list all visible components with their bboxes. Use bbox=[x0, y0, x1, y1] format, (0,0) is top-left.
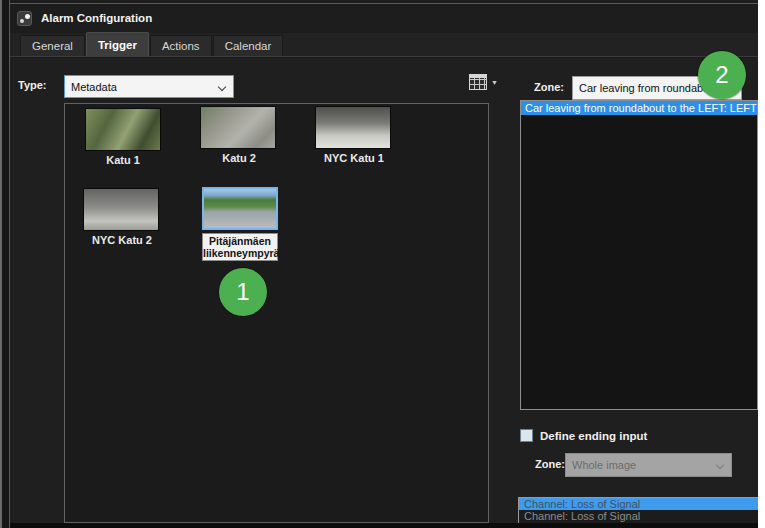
camera-item-katu-2[interactable]: Katu 2 bbox=[200, 106, 278, 164]
camera-thumbnail-image bbox=[202, 187, 278, 230]
ending-event-list-item[interactable]: Channel: Loss of Signal bbox=[519, 498, 758, 510]
grid-view-button[interactable]: ▼ bbox=[469, 71, 505, 93]
grid-view-icon bbox=[469, 74, 487, 90]
camera-name-label: NYC Katu 2 bbox=[83, 234, 161, 246]
camera-thumbnail-image bbox=[315, 106, 391, 149]
camera-item-nyc-katu-1[interactable]: NYC Katu 1 bbox=[315, 106, 393, 164]
tab-bar: General Trigger Actions Calendar bbox=[10, 33, 758, 57]
camera-thumbnail-image bbox=[200, 106, 276, 149]
ending-event-list-item[interactable]: Channel: Loss of Signal bbox=[519, 510, 758, 522]
ending-zone-combobox-value: Whole image bbox=[572, 459, 636, 471]
camera-name-label: Katu 2 bbox=[200, 152, 278, 164]
chevron-down-icon bbox=[218, 83, 226, 91]
screenshot-stage: Alarm Configuration General Trigger Acti… bbox=[0, 0, 765, 528]
camera-name-label: Pitäjänmäen liikenneympyrä bbox=[202, 233, 278, 261]
ending-zone-combobox: Whole image bbox=[565, 453, 732, 477]
chevron-down-icon: ▼ bbox=[491, 79, 498, 86]
camera-item-nyc-katu-2[interactable]: NYC Katu 2 bbox=[83, 188, 161, 246]
tab-general[interactable]: General bbox=[20, 35, 85, 56]
alarm-configuration-window: Alarm Configuration General Trigger Acti… bbox=[0, 0, 758, 528]
type-combobox-value: Metadata bbox=[71, 81, 117, 93]
trigger-tab-content: Type: Metadata ▼ Katu 1 Katu 2 bbox=[10, 58, 758, 523]
type-combobox[interactable]: Metadata bbox=[64, 75, 234, 98]
chevron-down-icon bbox=[716, 461, 724, 469]
camera-thumbnail-image bbox=[85, 108, 161, 151]
camera-item-katu-1[interactable]: Katu 1 bbox=[85, 108, 161, 166]
zone-label: Zone: bbox=[534, 81, 564, 93]
camera-thumbnail-image bbox=[83, 188, 159, 231]
define-ending-input-checkbox[interactable] bbox=[520, 429, 533, 442]
camera-item-pitajanmaen-selected[interactable]: Pitäjänmäen liikenneympyrä bbox=[202, 187, 278, 261]
step-badge-2: 2 bbox=[698, 51, 746, 99]
camera-name-label: Katu 1 bbox=[85, 154, 161, 166]
outside-background bbox=[758, 0, 765, 528]
camera-thumbnail-panel: Katu 1 Katu 2 NYC Katu 1 NYC Katu 2 Pitä bbox=[64, 103, 489, 523]
type-label: Type: bbox=[18, 79, 47, 91]
window-titlebar: Alarm Configuration bbox=[10, 4, 758, 32]
tab-trigger[interactable]: Trigger bbox=[86, 32, 149, 56]
tab-calendar[interactable]: Calendar bbox=[213, 35, 284, 56]
tab-actions[interactable]: Actions bbox=[150, 35, 212, 56]
window-left-frame bbox=[0, 0, 10, 528]
zone-event-list: Car leaving from roundabout to the LEFT:… bbox=[520, 100, 758, 410]
event-list-item[interactable]: Car leaving from roundabout to the LEFT:… bbox=[521, 101, 757, 115]
step-badge-1: 1 bbox=[219, 268, 267, 316]
define-ending-input-label: Define ending input bbox=[540, 430, 647, 442]
window-bottom-border bbox=[10, 523, 758, 528]
alarm-config-icon bbox=[17, 11, 32, 26]
window-title: Alarm Configuration bbox=[41, 12, 152, 24]
camera-name-label: NYC Katu 1 bbox=[315, 152, 393, 164]
ending-zone-label: Zone: bbox=[535, 458, 565, 470]
